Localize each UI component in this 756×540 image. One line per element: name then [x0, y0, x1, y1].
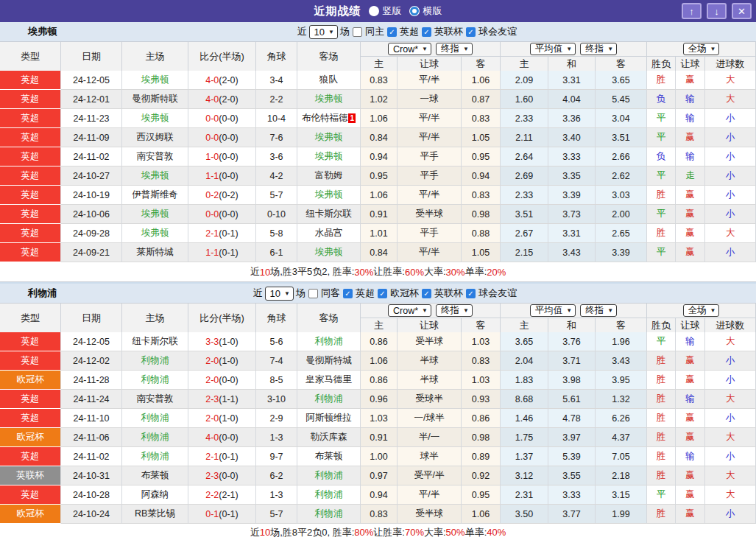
same-venue-checkbox[interactable]	[353, 27, 362, 37]
chevron-down-icon: ▼	[328, 29, 334, 35]
away-team: 利物浦	[297, 505, 361, 524]
score: 2-1(0-1)	[188, 447, 256, 466]
away-team: 富勒姆	[297, 166, 361, 186]
match-row: 英超 24-10-28 阿森纳 2-2(2-1) 1-3 利物浦 0.94 平/…	[0, 485, 756, 505]
avg-draw: 3.33	[548, 485, 596, 505]
odds-home: 0.94	[361, 485, 398, 505]
odds-home: 1.03	[361, 409, 398, 428]
column-header: 主场	[122, 42, 188, 71]
match-count-select[interactable]: 10▼	[265, 287, 294, 301]
match-row: 英超 24-10-19 伊普斯维奇 0-2(0-2) 5-7 埃弗顿 1.06 …	[0, 186, 756, 205]
column-header: 主	[361, 318, 398, 332]
league-badge: 英超	[0, 332, 61, 351]
odds-handicap: 平/半	[398, 71, 462, 90]
column-header: 胜负	[647, 318, 676, 332]
result-outcome: 平	[647, 166, 676, 186]
odds-mode-select[interactable]: 终指▼	[436, 43, 473, 55]
match-row: 英超 24-11-23 埃弗顿 0-0(0-0) 10-4 布伦特福德1 1.0…	[0, 109, 756, 128]
column-header: 角球	[256, 42, 297, 71]
result-goals: 大	[705, 428, 756, 447]
layout-radio-horizontal[interactable]: 横版	[409, 4, 442, 18]
odds-away: 0.86	[462, 409, 501, 428]
league-badge: 欧冠杯	[0, 505, 61, 524]
close-button[interactable]: ✕	[732, 3, 752, 19]
league-checkbox[interactable]: ✓	[378, 289, 387, 298]
odds-away: 0.93	[462, 390, 501, 409]
near-label: 近	[297, 25, 307, 38]
odds-source-select[interactable]: Crow*▼	[388, 43, 431, 55]
odds-handicap: 平手	[398, 224, 462, 243]
result-goals: 小	[705, 447, 756, 466]
match-row: 欧冠杯 24-10-24 RB莱比锡 0-1(0-1) 5-7 利物浦 0.83…	[0, 505, 756, 524]
result-handicap: 输	[676, 147, 705, 166]
odds-home: 0.86	[361, 371, 398, 390]
team-name: 利物浦	[28, 287, 57, 300]
corner-score: 1-3	[256, 485, 297, 505]
odds-mode-select[interactable]: 终指▼	[436, 304, 473, 317]
odds-handicap: 球半	[398, 447, 462, 466]
home-team: 埃弗顿	[122, 109, 188, 128]
league-checkbox[interactable]: ✓	[387, 27, 397, 37]
league-checkbox[interactable]: ✓	[422, 27, 431, 37]
odds-handicap: 受半球	[398, 332, 462, 351]
radio-horizontal-icon[interactable]	[409, 6, 420, 16]
away-team: 利物浦	[297, 485, 361, 505]
header-group: 平均值▼终指▼ 主和客	[501, 42, 647, 71]
table-header: 类型日期主场比分(半场)角球客场 Crow*▼终指▼ 主让球客 平均值▼终指▼ …	[0, 41, 756, 71]
league-checkbox[interactable]: ✓	[466, 27, 476, 37]
avg-away: 6.26	[596, 409, 647, 428]
avg-source-select[interactable]: 平均值▼	[530, 43, 576, 55]
odds-away: 0.98	[462, 428, 501, 447]
column-header: 角球	[256, 304, 297, 333]
result-outcome: 胜	[647, 71, 676, 90]
league-checkbox[interactable]: ✓	[422, 289, 431, 298]
corner-score: 3-6	[256, 147, 297, 166]
home-team: 利物浦	[122, 351, 188, 371]
avg-source-select[interactable]: 平均值▼	[530, 304, 576, 317]
league-checkbox[interactable]: ✓	[466, 289, 476, 298]
same-venue-checkbox[interactable]	[308, 289, 318, 298]
away-team: 埃弗顿	[297, 128, 361, 147]
column-header: 让球	[398, 318, 462, 332]
scope-select[interactable]: 全场▼	[683, 43, 720, 55]
away-team: 勒沃库森	[297, 428, 361, 447]
odds-home: 0.95	[361, 166, 398, 186]
avg-mode-select[interactable]: 终指▼	[580, 43, 617, 55]
move-up-button[interactable]: ↑	[682, 3, 702, 19]
match-date: 24-10-19	[61, 186, 122, 205]
avg-away: 1.96	[596, 332, 647, 351]
layout-radio-vertical[interactable]: 竖版	[369, 4, 402, 18]
avg-mode-select[interactable]: 终指▼	[580, 304, 617, 317]
avg-away: 3.04	[596, 109, 647, 128]
match-date: 24-10-27	[61, 166, 122, 186]
odds-home: 0.96	[361, 390, 398, 409]
odds-source-select[interactable]: Crow*▼	[388, 304, 431, 317]
chevron-down-icon: ▼	[422, 307, 428, 314]
match-row: 英超 24-11-10 利物浦 2-0(1-0) 2-9 阿斯顿维拉 1.03 …	[0, 409, 756, 428]
odds-handicap: 一球	[398, 90, 462, 109]
avg-away: 7.05	[596, 447, 647, 466]
league-checkbox-label: 球会友谊	[478, 25, 517, 38]
corner-score: 3-4	[256, 71, 297, 90]
odds-away: 0.89	[462, 447, 501, 466]
away-team: 布莱顿	[297, 447, 361, 466]
away-team: 狼队	[297, 71, 361, 90]
scope-select[interactable]: 全场▼	[683, 304, 720, 317]
league-checkbox-label: 欧冠杯	[390, 287, 419, 300]
avg-away: 3.95	[596, 371, 647, 390]
home-team: RB莱比锡	[122, 505, 188, 524]
league-badge: 英超	[0, 409, 61, 428]
home-team: 利物浦	[122, 447, 188, 466]
away-team: 利物浦	[297, 466, 361, 485]
corner-score: 5-6	[256, 332, 297, 351]
avg-away: 3.03	[596, 186, 647, 205]
league-badge: 英超	[0, 71, 61, 90]
league-checkbox[interactable]: ✓	[343, 289, 353, 298]
corner-score: 3-10	[256, 390, 297, 409]
column-header: 主	[501, 318, 548, 332]
result-outcome: 平	[647, 205, 676, 224]
avg-draw: 3.31	[548, 224, 596, 243]
move-down-button[interactable]: ↓	[707, 3, 727, 19]
match-count-select[interactable]: 10▼	[309, 25, 338, 39]
radio-vertical-icon[interactable]	[369, 6, 379, 16]
